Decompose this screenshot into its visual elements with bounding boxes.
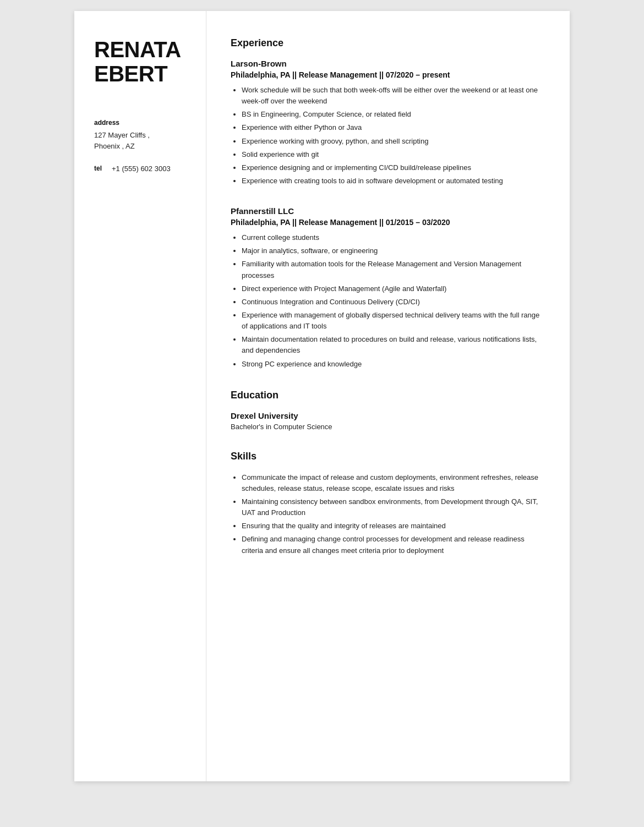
name-last: EBERT [94, 62, 190, 86]
skills-list: Communicate the impact of release and cu… [231, 472, 545, 556]
education-title: Education [231, 390, 545, 401]
company-name-1: Larson-Brown [231, 59, 545, 68]
job-meta-2: Philadelphia, PA || Release Management |… [231, 218, 545, 227]
list-item: BS in Engineering, Computer Science, or … [242, 109, 545, 120]
address-line1: 127 Mayer Cliffs , [94, 130, 190, 141]
list-item: Experience working with groovy, python, … [242, 136, 545, 147]
name-first: RENATA [94, 37, 190, 62]
list-item: Direct experience with Project Managemen… [242, 283, 545, 294]
list-item: Strong PC experience and knowledge [242, 359, 545, 370]
job-pfannerstill: Pfannerstill LLC Philadelphia, PA || Rel… [231, 206, 545, 370]
company-name-2: Pfannerstill LLC [231, 206, 545, 216]
list-item: Defining and managing change control pro… [242, 534, 545, 556]
list-item: Maintain documentation related to proced… [242, 334, 545, 356]
job-bullets-1: Work schedule will be such that both wee… [231, 85, 545, 187]
address-section: address 127 Mayer Cliffs , Phoenix , AZ [94, 119, 190, 151]
tel-label: tel [94, 165, 107, 172]
list-item: Ensuring that the quality and integrity … [242, 521, 545, 532]
job-larson-brown: Larson-Brown Philadelphia, PA || Release… [231, 59, 545, 187]
skills-title: Skills [231, 451, 545, 462]
list-item: Maintaining consistency between sandbox … [242, 496, 545, 518]
tel-value: +1 (555) 602 3003 [112, 165, 171, 173]
name-block: RENATA EBERT [94, 37, 190, 86]
right-column: Experience Larson-Brown Philadelphia, PA… [206, 11, 570, 781]
list-item: Experience with either Python or Java [242, 122, 545, 133]
list-item: Experience with management of globally d… [242, 310, 545, 332]
address-line2: Phoenix , AZ [94, 141, 190, 152]
left-column: RENATA EBERT address 127 Mayer Cliffs , … [74, 11, 206, 781]
resume-page: RENATA EBERT address 127 Mayer Cliffs , … [74, 11, 570, 781]
address-label: address [94, 119, 190, 127]
list-item: Major in analytics, software, or enginee… [242, 245, 545, 256]
job-meta-1: Philadelphia, PA || Release Management |… [231, 70, 545, 79]
school-name: Drexel University [231, 411, 545, 420]
education-section: Education Drexel University Bachelor's i… [231, 390, 545, 431]
job-bullets-2: Current college students Major in analyt… [231, 232, 545, 370]
list-item: Familiarity with automation tools for th… [242, 259, 545, 281]
list-item: Solid experience with git [242, 149, 545, 160]
experience-title: Experience [231, 37, 545, 49]
tel-section: tel +1 (555) 602 3003 [94, 165, 190, 173]
list-item: Communicate the impact of release and cu… [242, 472, 545, 494]
list-item: Continuous Integration and Continuous De… [242, 297, 545, 308]
skills-section: Skills Communicate the impact of release… [231, 451, 545, 556]
list-item: Work schedule will be such that both wee… [242, 85, 545, 107]
experience-section: Experience Larson-Brown Philadelphia, PA… [231, 37, 545, 370]
list-item: Experience designing and or implementing… [242, 162, 545, 173]
list-item: Current college students [242, 232, 545, 243]
degree-desc: Bachelor's in Computer Science [231, 423, 545, 431]
list-item: Experience with creating tools to aid in… [242, 176, 545, 187]
